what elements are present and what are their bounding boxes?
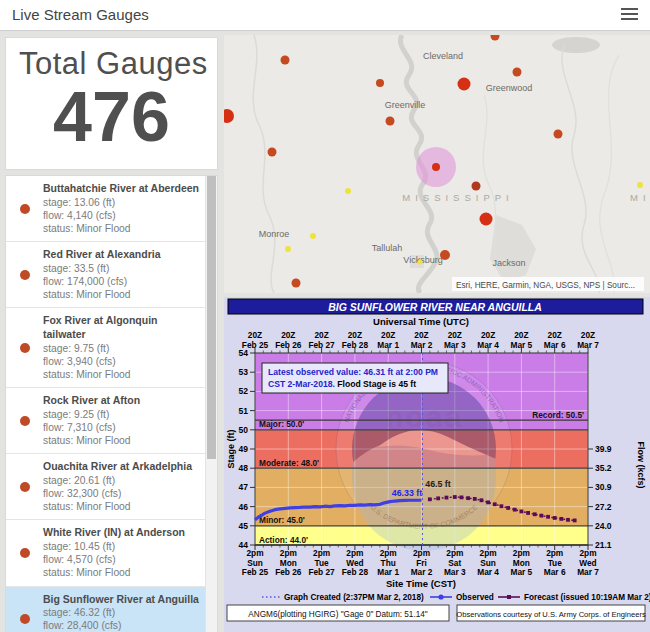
flow-tick: 39.9 xyxy=(595,444,612,454)
gauge-marker[interactable] xyxy=(637,182,643,188)
gauge-stage: stage: 20.61 (ft) xyxy=(43,474,203,487)
gauge-status: status: Minor Flood xyxy=(43,222,203,235)
right-axis-label: Flow (kcfs) xyxy=(636,441,646,488)
gauge-list-item[interactable]: White River (IN) at Andersonstage: 10.45… xyxy=(6,520,205,586)
bottom-axis-label: Site Time (CST) xyxy=(386,578,456,589)
selected-gauge-marker[interactable] xyxy=(432,163,440,171)
bottom-tick-time: 2pm xyxy=(446,548,463,558)
gauge-list-item[interactable]: Big Sunflower River at Anguillastage: 46… xyxy=(6,587,205,632)
gauge-list-item[interactable]: Red River at Alexandriastage: 33.5 (ft)f… xyxy=(6,242,205,308)
map-canvas[interactable]: MISSISSIPPIMISSISSClevelandGreenwoodGree… xyxy=(224,35,650,293)
gauge-status: status: Minor Flood xyxy=(43,500,203,513)
gauge-status-dot-icon xyxy=(20,614,30,624)
threshold-label: Moderate: 48.0' xyxy=(259,458,319,468)
threshold-label: Action: 44.0' xyxy=(259,535,308,545)
gauge-marker[interactable] xyxy=(386,117,395,126)
gauge-stage: stage: 13.06 (ft) xyxy=(43,196,203,209)
top-tick-z: 20Z xyxy=(414,330,428,340)
bottom-tick-date: Mar 1 xyxy=(377,567,399,577)
top-tick-z: 20Z xyxy=(248,330,262,340)
city-label: Greenwood xyxy=(486,83,533,93)
gauge-marker[interactable] xyxy=(376,79,384,87)
state-label: MISSISSIPPI xyxy=(402,192,514,203)
bottom-tick-day: Wed xyxy=(346,558,363,568)
gauge-name: Buttahatchie River at Aberdeen xyxy=(43,182,203,196)
city-label: Jackson xyxy=(492,258,525,268)
gauge-marker[interactable] xyxy=(285,246,291,252)
bottom-tick-time: 2pm xyxy=(380,548,397,558)
bottom-tick-time: 2pm xyxy=(246,548,263,558)
threshold-label: Minor: 45.0' xyxy=(259,515,305,525)
gauge-list: Buttahatchie River at Aberdeenstage: 13.… xyxy=(6,176,205,632)
gauge-list-item[interactable]: Buttahatchie River at Aberdeenstage: 13.… xyxy=(6,176,205,242)
top-tick-z: 20Z xyxy=(514,330,528,340)
hydrograph-chart: BIG SUNFLOWER RIVER NEAR ANGUILLAUnivers… xyxy=(224,297,650,632)
map[interactable]: MISSISSIPPIMISSISSClevelandGreenwoodGree… xyxy=(224,35,650,293)
left-axis-label: Stage (ft) xyxy=(226,430,236,469)
gauge-list-item[interactable]: Ouachita River at Arkadelphiastage: 20.6… xyxy=(6,454,205,520)
flow-tick: 24.0 xyxy=(595,521,612,531)
stage-tick: 49 xyxy=(239,444,249,454)
gauge-status: status: Minor Flood xyxy=(43,288,203,301)
total-gauges-label: Total Gauges xyxy=(19,46,217,82)
list-scrollbar[interactable] xyxy=(205,176,217,632)
top-tick-z: 20Z xyxy=(448,330,462,340)
flow-tick: 35.2 xyxy=(595,463,612,473)
gauge-status-dot-icon xyxy=(20,482,30,492)
gauge-status: status: Minor Flood xyxy=(43,566,203,579)
bottom-tick-time: 2pm xyxy=(413,548,430,558)
bottom-tick-date: Mar 2 xyxy=(411,567,433,577)
gauge-marker[interactable] xyxy=(268,148,277,157)
gauge-marker[interactable] xyxy=(440,250,450,260)
gauge-marker[interactable] xyxy=(292,279,301,288)
gauge-marker[interactable] xyxy=(458,78,471,91)
top-axis-label: Universal Time (UTC) xyxy=(373,316,469,327)
total-gauges-panel: Total Gauges 476 xyxy=(5,37,218,170)
gauge-flow: flow: 4,140 (cfs) xyxy=(43,209,203,222)
top-tick-z: 20Z xyxy=(281,330,295,340)
threshold-label: Record: 50.5' xyxy=(532,410,584,420)
gauge-marker[interactable] xyxy=(554,130,563,139)
stage-tick: 44 xyxy=(239,540,249,550)
bottom-tick-date: Mar 5 xyxy=(511,567,533,577)
gauge-marker[interactable] xyxy=(281,56,290,65)
gauge-marker[interactable] xyxy=(310,233,316,239)
gauge-marker[interactable] xyxy=(472,182,481,191)
datum-note: ANGM6(plotting HGIRG) "Gage 0" Datum: 51… xyxy=(248,610,427,619)
gauge-marker[interactable] xyxy=(480,213,493,226)
bottom-tick-date: Feb 27 xyxy=(308,567,335,577)
bottom-tick-time: 2pm xyxy=(346,548,363,558)
city-label: Monroe xyxy=(259,229,290,239)
bottom-tick-day: Sat xyxy=(448,558,461,568)
gauge-marker[interactable] xyxy=(513,68,522,77)
forecast-peak-label: 46.5 ft xyxy=(425,479,450,489)
bottom-tick-date: Mar 3 xyxy=(444,567,466,577)
scrollbar-thumb[interactable] xyxy=(207,176,216,459)
total-gauges-value: 476 xyxy=(6,82,217,152)
hydrograph-panel: BIG SUNFLOWER RIVER NEAR ANGUILLAUnivers… xyxy=(224,297,650,632)
gauge-name: White River (IN) at Anderson xyxy=(43,526,203,540)
gauge-list-item[interactable]: Fox River at Algonquin tailwaterstage: 9… xyxy=(6,308,205,388)
gauge-stage: stage: 10.45 (ft) xyxy=(43,540,203,553)
gauge-flow: flow: 174,000 (cfs) xyxy=(43,275,203,288)
gauge-status-dot-icon xyxy=(20,204,30,214)
stage-tick: 51 xyxy=(239,406,249,416)
bottom-tick-time: 2pm xyxy=(513,548,530,558)
city-label: Vicksburg xyxy=(403,255,442,265)
city-label: Tallulah xyxy=(372,243,403,253)
gauge-marker[interactable] xyxy=(418,260,423,265)
bottom-tick-day: Mon xyxy=(513,558,530,568)
bottom-tick-time: 2pm xyxy=(480,548,497,558)
hamburger-menu-icon[interactable] xyxy=(621,8,638,22)
top-tick-z: 20Z xyxy=(314,330,328,340)
gauge-list-item[interactable]: Rock River at Aftonstage: 9.25 (ft)flow:… xyxy=(6,388,205,454)
gauge-flow: flow: 32,300 (cfs) xyxy=(43,487,203,500)
gauge-status: status: Minor Flood xyxy=(43,368,203,381)
top-tick-z: 20Z xyxy=(381,330,395,340)
bottom-tick-date: Mar 7 xyxy=(577,567,599,577)
gauge-flow: flow: 4,570 (cfs) xyxy=(43,553,203,566)
stage-tick: 45 xyxy=(239,521,249,531)
app-title: Live Stream Gauges xyxy=(12,0,149,30)
gauge-name: Red River at Alexandria xyxy=(43,248,203,262)
gauge-marker[interactable] xyxy=(345,188,351,194)
